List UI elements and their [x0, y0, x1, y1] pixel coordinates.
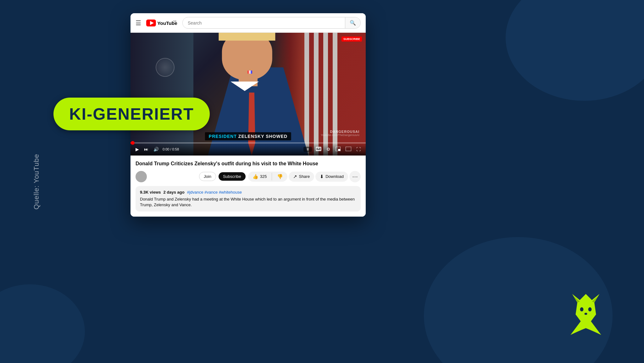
video-description-section[interactable]: 9.3K views 2 days ago #jdvance #vance #w… [136, 186, 361, 212]
fox-right-eye [588, 307, 592, 311]
ki-generiert-badge: KI-GENERIERT [53, 98, 210, 130]
settings-button[interactable]: ⚙ [325, 146, 332, 152]
more-options-button[interactable]: ⋯ [349, 171, 361, 182]
bg-decoration-top-right [506, 0, 644, 101]
video-actions-row: Join Subscribe 👍 325 👎 ↗ Sh [136, 171, 361, 182]
more-options-icon: ⋯ [352, 173, 358, 180]
svg-rect-5 [316, 148, 318, 149]
hamburger-menu-icon[interactable]: ☰ [136, 19, 141, 27]
thumbs-down-icon: 👎 [277, 174, 283, 179]
share-icon: ↗ [293, 174, 297, 179]
dislike-button[interactable]: 👎 [273, 172, 287, 182]
fox-lower-body [570, 321, 601, 335]
fox-body-shape [576, 294, 596, 323]
svg-rect-7 [316, 149, 321, 150]
video-info-section: Donald Trump Criticizes Zelensky's outfi… [130, 156, 366, 217]
watermark-channel: DANGEROUSAI [321, 130, 359, 133]
search-button[interactable]: 🔍 [345, 17, 360, 28]
download-button[interactable]: ⬇ Download [315, 172, 348, 182]
subscribe-button[interactable]: Subscribe [219, 172, 246, 181]
ki-badge-text: KI-GENERIERT [69, 105, 194, 123]
pause-indicator[interactable]: ⏸ [303, 147, 312, 152]
youtube-header: ☰ YouTube DE 🔍 [130, 13, 366, 33]
search-input[interactable] [183, 18, 345, 28]
download-label: Download [325, 174, 344, 179]
video-tags: #jdvance #vance #whitehouse [187, 190, 242, 195]
subscribe-video-overlay[interactable]: SUBSCRIBE [341, 37, 362, 42]
subtitle-rest: ZELENSKY SHOWED [238, 134, 287, 139]
fox-logo [565, 291, 606, 338]
share-button[interactable]: ↗ Share [289, 172, 314, 182]
video-player[interactable]: DANGEROUSAI Youtube.com/TheDangerousAI S… [130, 33, 366, 156]
svg-rect-4 [316, 147, 321, 151]
fox-right-ear [591, 294, 599, 303]
action-buttons-right: 👍 325 👎 ↗ Share ⬇ Download [248, 171, 361, 182]
like-dislike-group: 👍 325 👎 [248, 172, 288, 182]
video-time: 0:00 / 0:58 [163, 147, 179, 151]
svg-text:DE: DE [173, 20, 177, 22]
join-button[interactable]: Join [199, 172, 216, 181]
like-button[interactable]: 👍 325 [248, 172, 271, 182]
person-hair [219, 33, 275, 41]
miniplayer-button[interactable] [334, 146, 342, 153]
video-meta: 9.3K views 2 days ago #jdvance #vance #w… [140, 190, 356, 195]
like-count: 325 [260, 174, 267, 179]
channel-avatar [136, 171, 147, 182]
fox-left-eye [580, 307, 584, 311]
svg-rect-9 [338, 149, 340, 151]
share-label: Share [299, 174, 310, 179]
youtube-play-icon: YouTube DE [146, 20, 177, 26]
video-watermark: DANGEROUSAI Youtube.com/TheDangerousAI [321, 130, 359, 137]
upload-date: 2 days ago [164, 190, 185, 195]
svg-rect-6 [319, 148, 321, 149]
theater-button[interactable] [344, 146, 353, 153]
captions-button[interactable] [314, 146, 323, 153]
subtitle-text: PRESIDENT ZELENSKY SHOWED [209, 134, 287, 139]
like-dislike-divider [272, 173, 272, 180]
view-count: 9.3K views [140, 190, 161, 195]
play-button[interactable]: ▶ [134, 146, 140, 152]
video-subtitle-bar: PRESIDENT ZELENSKY SHOWED [205, 132, 291, 140]
search-bar[interactable]: 🔍 [182, 17, 361, 29]
download-icon: ⬇ [320, 174, 324, 179]
svg-rect-10 [346, 147, 351, 151]
youtube-logo-area[interactable]: YouTube DE [146, 20, 177, 26]
video-description-text: Donald Trump and Zelensky had a meeting … [140, 196, 356, 208]
video-controls-bar: ▶ ⏭ 🔊 0:00 / 0:58 ⏸ ⚙ ⛶ [130, 143, 366, 156]
source-label: Quelle: YouTube [32, 154, 41, 209]
fullscreen-button[interactable]: ⛶ [355, 146, 362, 152]
fox-nose [585, 313, 587, 315]
bg-decoration-bottom-left [0, 284, 85, 363]
subtitle-highlight: PRESIDENT [209, 134, 237, 139]
video-title: Donald Trump Criticizes Zelensky's outfi… [136, 161, 361, 167]
skip-next-button[interactable]: ⏭ [143, 146, 150, 152]
watermark-url: Youtube.com/TheDangerousAI [321, 133, 359, 137]
volume-button[interactable]: 🔊 [152, 146, 160, 152]
fox-left-ear [572, 294, 581, 303]
thumbs-up-icon: 👍 [253, 174, 258, 179]
flag-pin [248, 71, 252, 74]
